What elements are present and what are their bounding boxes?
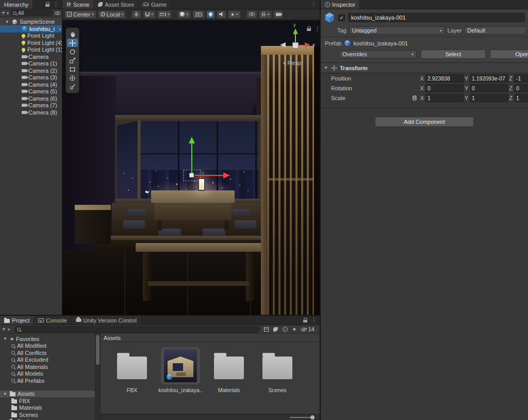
favorite-all-prefabs[interactable]: All Prefabs [0,377,95,384]
tab-hierarchy[interactable]: Hierarchy [0,0,33,9]
overrides-dropdown[interactable]: Overrides ▾ [339,50,417,58]
scene-camera-settings-button[interactable] [273,10,283,19]
favorite-search-icon[interactable]: ★ [292,327,296,332]
tab-asset-store[interactable]: Asset Store [94,0,139,9]
draw-mode-dropdown[interactable]: ▾ [177,10,191,19]
scale-y-field[interactable]: 1 [470,94,508,102]
folder-fbx[interactable]: FBX [0,397,95,405]
viewport-lock-icon[interactable] [307,28,311,31]
create-object-button[interactable]: + [2,10,5,16]
prefab-select-button[interactable]: Select [421,50,486,59]
move-gizmo-x-axis[interactable] [194,175,223,176]
tab-scene[interactable]: Scene [62,0,94,9]
viewport-menu-icon[interactable]: ⋮ [315,26,320,32]
hierarchy-item-point-light-1[interactable]: Point Light (1) [0,46,62,54]
grid-visibility-dropdown[interactable]: ▾ [259,10,272,19]
lock-icon[interactable] [303,320,307,322]
panel-menu-icon[interactable]: ⋮ [311,2,317,7]
thumbnail-zoom-slider[interactable] [290,417,314,418]
foldout-icon[interactable]: ▼ [3,392,8,396]
perspective-mode-label[interactable]: < Persp [283,60,301,66]
asset-scenes-folder[interactable]: Scenes [255,347,300,414]
pivot-dropdown[interactable]: Center ▾ [64,10,96,19]
hierarchy-item-camera-1[interactable]: Camera (1) [0,60,62,68]
active-checkbox[interactable]: ✓ [338,14,345,21]
type-filter-icon[interactable] [283,327,288,332]
hierarchy-item-point-light-4[interactable]: Point Light (4) [0,39,62,46]
move-gizmo-x-arrowhead[interactable] [223,172,230,179]
tab-game[interactable]: Game [139,0,171,9]
hierarchy-item-camera-8[interactable]: Camera (8) [0,109,62,116]
hierarchy-item-camera-5[interactable]: Camera (5) [0,88,62,95]
hidden-count-toggle[interactable]: 14 [301,326,315,332]
scene-viewport[interactable]: y x < Persp ⋮ [62,20,320,315]
create-dropdown-icon[interactable]: ▾ [7,11,9,15]
gizmo-center-cube[interactable] [293,43,298,48]
transform-tool-button[interactable] [67,74,78,82]
favorites-header[interactable]: ▼ ★ Favorites [0,335,95,343]
hierarchy-item-point-light[interactable]: Point Light [0,33,62,40]
audio-toggle-button[interactable] [217,10,226,19]
scale-tool-button[interactable] [67,56,78,64]
tab-console[interactable]: Console [34,316,71,325]
tab-project[interactable]: Project [0,316,34,325]
effects-dropdown[interactable]: ★▾ [228,10,241,19]
project-tree-scrollbar[interactable] [95,334,101,420]
move-gizmo-center-handle[interactable] [189,173,194,177]
hierarchy-item-camera-4[interactable]: Camera (4) [0,81,62,88]
gizmo-x-cone[interactable] [305,42,310,47]
tab-inspector[interactable]: Inspector [321,0,360,9]
favorite-all-modified[interactable]: All Modified [0,343,95,350]
foldout-icon[interactable]: ▼ [5,20,10,24]
orientation-dropdown[interactable]: Local ▾ [98,10,126,19]
asset-fbx-folder[interactable]: FBX [110,347,154,414]
foldout-icon[interactable]: ▼ [3,336,8,341]
tag-dropdown[interactable]: Untagged ▾ [349,26,445,35]
position-y-field[interactable]: 1.192093e-07 [470,74,508,83]
folder-scenes[interactable]: Scenes [0,411,95,418]
create-dropdown-icon[interactable]: ▾ [8,327,10,332]
uniform-scale-link-icon[interactable] [412,95,417,101]
lighting-toggle-button[interactable] [206,10,215,19]
view-tool-button[interactable] [67,30,78,38]
tab-unity-version-control[interactable]: Unity Version Control [72,316,141,325]
hierarchy-item-camera-7[interactable]: Camera (7) [0,102,62,109]
scrollbar-thumb[interactable] [96,335,100,365]
transform-component-header[interactable]: ▼ Transform [321,63,528,73]
asset-materials-folder[interactable]: Materials [207,347,251,414]
grid-snap-button[interactable] [131,10,141,19]
layer-dropdown[interactable]: Default [464,26,525,35]
hierarchy-item-camera-3[interactable]: Camera (3) [0,74,62,82]
label-filter-icon[interactable] [273,327,278,332]
hierarchy-item-camera-6[interactable]: Camera (6) [0,95,62,102]
lock-icon[interactable] [45,4,50,7]
hidden-objects-button[interactable] [246,10,257,19]
gizmo-y-cone[interactable] [293,28,298,34]
gizmo-left-cone[interactable] [280,42,286,47]
scale-x-field[interactable]: 1 [425,94,464,102]
rotation-z-field[interactable]: 0 [514,84,528,92]
panel-menu-icon[interactable]: ⋮ [311,317,317,323]
favorite-all-materials[interactable]: All Materials [0,363,95,370]
hierarchy-item-camera-2[interactable]: Camera (2) [0,67,62,74]
prefab-expand-arrow-icon[interactable]: › [59,26,62,32]
move-gizmo-y-arrowhead[interactable] [189,137,195,143]
assets-root-row[interactable]: ▼ Assets [0,391,95,398]
snap-toggle-button[interactable]: ▾ [143,10,156,19]
hierarchy-scene-row[interactable]: ▼ SampleScene [0,18,62,25]
rotation-x-field[interactable]: 0 [425,84,464,92]
snap-increment-button[interactable]: ▾ [157,10,172,19]
create-asset-button[interactable]: + [2,326,6,332]
rotation-y-field[interactable]: 0 [470,84,508,92]
packages-root-row[interactable]: ▸ Packages [0,418,95,420]
favorite-all-excluded[interactable]: All Excluded [0,357,95,364]
scale-z-field[interactable]: 1 [514,94,528,102]
move-gizmo-y-axis[interactable] [191,143,192,175]
favorite-all-models[interactable]: All Models [0,370,95,378]
slider-knob[interactable] [310,415,315,419]
hierarchy-search-input[interactable]: All [10,10,53,16]
hierarchy-item-koshitsu[interactable]: koshitsu_i › [0,25,62,33]
scene-visibility-icon[interactable] [55,11,60,15]
panel-menu-icon[interactable]: ⋮ [53,2,59,7]
project-search-input[interactable] [14,326,260,333]
